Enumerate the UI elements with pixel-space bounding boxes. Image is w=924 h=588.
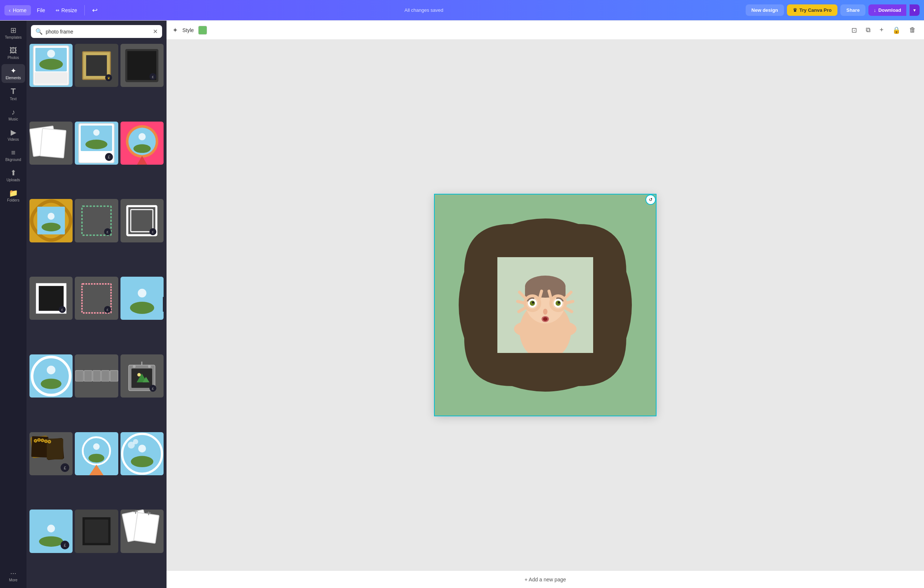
sidebar-item-photos[interactable]: 🖼 Photos [2,44,25,63]
list-item[interactable] [30,122,73,165]
resize-button[interactable]: ⇔ Resize [51,5,82,15]
svg-rect-97 [134,512,159,543]
nav-divider [84,5,85,15]
list-item[interactable] [120,277,163,320]
svg-point-82 [93,443,100,450]
svg-point-81 [88,454,104,462]
resize-label: Resize [61,7,78,13]
style-bar-right: ⊡ ⧉ + 🔒 🗑 [849,25,918,36]
list-item[interactable] [30,199,73,242]
clear-search-button[interactable]: ✕ [153,28,158,35]
svg-point-45 [32,357,70,395]
sidebar-item-folders[interactable]: 📁 Folders [2,187,25,205]
svg-line-116 [540,291,541,298]
svg-point-23 [134,144,151,152]
sidebar-item-text[interactable]: T Text [2,84,25,104]
svg-point-75 [41,439,43,441]
download-caret-button[interactable]: ▾ [909,5,919,16]
sidebar-item-label: Bkground [5,158,21,162]
list-item[interactable]: £ [30,510,73,553]
svg-text:£: £ [152,75,154,78]
list-item[interactable]: £ [30,277,73,320]
style-icon: ✦ [172,26,178,34]
elements-panel: 🔍 ✕ ♛ [26,21,167,588]
list-item[interactable] [75,510,118,553]
svg-rect-48 [76,371,84,381]
add-button[interactable]: + [877,25,886,35]
svg-point-57 [148,365,151,368]
lock-button[interactable]: 🔒 [890,25,903,36]
list-item[interactable]: £ [120,44,163,87]
home-button[interactable]: ‹ Home [5,5,31,15]
folders-icon: 📁 [9,189,18,197]
download-button[interactable]: ↓ Download [868,5,906,16]
svg-text:£: £ [106,308,109,312]
list-item[interactable]: ♛ [75,44,118,87]
list-item[interactable] [30,354,73,398]
svg-point-43 [130,302,154,314]
list-item[interactable] [75,354,118,398]
copy-button[interactable]: ⊡ [849,25,859,36]
home-label: Home [13,7,26,13]
svg-point-27 [41,223,61,231]
try-pro-button[interactable]: ♛ Try Canva Pro [787,5,837,16]
new-design-button[interactable]: New design [746,5,784,16]
svg-text:£: £ [64,543,66,547]
svg-point-28 [48,213,54,220]
search-box: 🔍 ✕ [31,25,162,38]
duplicate-button[interactable]: ⧉ [864,25,873,35]
delete-button[interactable]: 🗑 [907,25,918,35]
svg-text:£: £ [108,155,110,159]
color-picker[interactable] [198,26,207,35]
list-item[interactable]: £ [75,199,118,242]
undo-button[interactable]: ↩ [88,4,102,17]
trash-icon: 🗑 [909,26,916,33]
photos-icon: 🖼 [10,47,17,54]
svg-point-76 [45,440,47,442]
svg-point-84 [122,434,162,473]
svg-text:£: £ [152,230,154,234]
list-item[interactable] [120,432,163,475]
svg-text:£: £ [106,230,109,234]
list-item[interactable]: £ [120,354,163,398]
share-button[interactable]: Share [840,5,865,16]
chevron-down-icon: ▾ [913,7,916,13]
list-item[interactable] [120,510,163,553]
add-page-bar[interactable]: + Add a new page [167,570,924,588]
svg-point-4 [47,50,55,58]
sidebar-item-templates[interactable]: ⊞ Templates [2,23,25,42]
sidebar-item-elements[interactable]: ✦ Elements [2,64,25,83]
svg-line-121 [549,291,551,298]
list-item[interactable]: £ [120,199,163,242]
hide-panel-button[interactable]: ‹ [163,297,167,312]
search-input[interactable] [46,29,150,35]
list-item[interactable] [30,44,73,87]
list-item[interactable] [75,432,118,475]
list-item[interactable] [120,122,163,165]
text-icon: T [11,87,15,96]
svg-point-47 [47,365,55,374]
list-item[interactable]: £ [75,277,118,320]
sidebar-item-background[interactable]: ≡ Bkground [2,146,25,165]
person-svg [497,257,593,353]
download-icon: ↓ [873,7,876,13]
sidebar-item-label: Photos [7,56,19,60]
svg-rect-6 [86,55,107,76]
frame-element[interactable]: ↺ [446,206,645,405]
svg-text:£: £ [152,386,154,390]
sidebar-item-music[interactable]: ♪ Music [2,106,25,124]
lock-icon: 🔒 [892,26,901,34]
canvas-page[interactable]: ↺ [435,195,656,416]
list-item[interactable]: £ [30,432,73,475]
rotate-handle[interactable]: ↺ [645,195,656,205]
sidebar-item-uploads[interactable]: ⬆ Uploads [2,166,25,185]
canvas-viewport[interactable]: ↺ [167,40,924,570]
sidebar-item-more[interactable]: ··· More [2,566,25,585]
svg-point-62 [137,373,141,376]
svg-point-127 [558,301,560,304]
sidebar-item-videos[interactable]: ▶ Videos [2,126,25,144]
file-button[interactable]: File [32,5,50,15]
copy-icon: ⊡ [851,26,857,34]
sidebar-item-label: Elements [5,76,21,80]
list-item[interactable]: £ [75,122,118,165]
